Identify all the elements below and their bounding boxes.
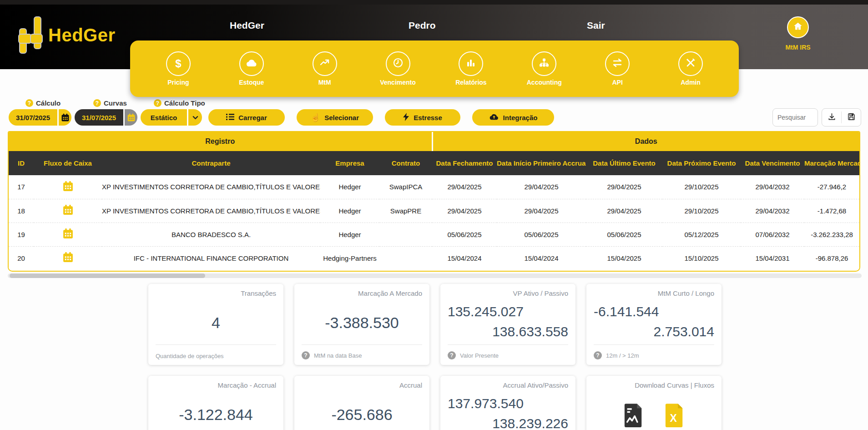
card-value: -265.686: [294, 406, 429, 424]
cashflow-calendar-icon[interactable]: [34, 199, 102, 223]
toolbar-item-accounting[interactable]: Accounting: [519, 51, 569, 86]
toolbar-item-admin[interactable]: Admin: [666, 51, 716, 86]
list-icon: [226, 113, 234, 122]
card-download-curvas-fluxos: Download Curvas | Fluxos X: [586, 376, 722, 430]
tools-icon: [685, 57, 696, 70]
card-value-curto: -6.141.544: [594, 304, 659, 319]
table-actions: [772, 108, 861, 126]
col-data-inicio-accrual: Data Início Primeiro Accrual: [497, 151, 586, 175]
excel-file-icon[interactable]: X: [664, 402, 685, 430]
col-marcacao-mercado: Marcação Mercado: [804, 151, 859, 175]
filter-controls: 31/07/2025 31/07/2025 Estático: [0, 109, 868, 126]
group-header-registro: Registro: [9, 132, 432, 151]
col-data-ultimo-evento: Data Último Evento: [586, 151, 662, 175]
calc-type-label: ? Cálculo Tipo: [154, 99, 205, 107]
filter-bar: ? Cálculo ? Curvas ? Cálculo Tipo 31/07/…: [0, 99, 868, 127]
main-toolbar: $ Pricing Estoque MtM Vencimento Relat: [130, 40, 739, 97]
card-value: -3.122.844: [148, 406, 283, 424]
column-header-row: ID Fluxo de Caixa Contraparte Empresa Co…: [9, 151, 859, 175]
card-accrual: Accrual -265.686: [294, 376, 429, 430]
toolbar-item-vencimento[interactable]: Vencimento: [373, 51, 423, 86]
question-icon[interactable]: ?: [448, 351, 456, 359]
col-empresa: Empresa: [320, 151, 379, 175]
kpi-cards: Transações 4 Quantidade de operações Mar…: [148, 284, 722, 430]
question-icon[interactable]: ?: [302, 351, 310, 359]
calendar-icon[interactable]: [125, 109, 137, 126]
card-vp-ativo-passivo: VP Ativo / Passivo 135.245.027 138.633.5…: [440, 284, 575, 365]
card-accrual-ativo-passivo: Accrual Ativo/Passivo 137.973.540 138.23…: [440, 376, 575, 430]
calc-type-select[interactable]: Estático: [141, 109, 202, 126]
group-header-dados: Dados: [432, 132, 859, 151]
col-data-fechamento: Data Fechamento: [432, 151, 497, 175]
col-id: ID: [9, 151, 34, 175]
app-root: HedGer HedGer Pedro Sair MtM IRS $ Prici…: [0, 0, 868, 430]
stress-button[interactable]: Estresse: [385, 109, 460, 126]
curves-date-value[interactable]: 31/07/2025: [75, 109, 123, 126]
card-value-passivo: 138.633.558: [492, 324, 568, 339]
logo-text: HedGer: [48, 25, 116, 46]
toolbar-item-mtm[interactable]: MtM: [300, 51, 350, 86]
svg-text:X: X: [670, 412, 677, 424]
col-data-vencimento: Data Vencimento: [741, 151, 804, 175]
transfer-arrows-icon: [612, 58, 623, 70]
question-icon[interactable]: ?: [594, 351, 602, 359]
col-fluxo: Fluxo de Caixa: [34, 151, 102, 175]
select-button[interactable]: ☝ Selecionar: [297, 109, 373, 126]
integration-button[interactable]: Integração: [472, 109, 554, 126]
clock-icon: [393, 57, 404, 70]
toolbar-item-api[interactable]: API: [592, 51, 642, 86]
table-row[interactable]: 20 IFC - INTERNATIONAL FINANCE CORPORATI…: [9, 246, 859, 270]
cashflow-calendar-icon[interactable]: [34, 223, 102, 246]
card-mtm-curto-longo: MtM Curto / Longo -6.141.544 2.753.014 ?…: [586, 284, 722, 365]
home-icon: [793, 21, 803, 33]
file-chart-icon[interactable]: [623, 402, 644, 430]
home-button[interactable]: [787, 16, 809, 38]
download-icon: [828, 112, 836, 123]
toolbar-item-estoque[interactable]: Estoque: [227, 51, 277, 86]
lightning-icon: [403, 113, 409, 122]
card-value-ativo: 137.973.540: [448, 396, 524, 411]
save-button[interactable]: [842, 108, 861, 126]
col-contrato: Contrato: [379, 151, 432, 175]
nav-item-pedro[interactable]: Pedro: [409, 20, 436, 31]
table-row[interactable]: 19 BANCO BRADESCO S.A. Hedger 05/06/2025…: [9, 223, 859, 246]
load-button[interactable]: Carregar: [208, 109, 285, 126]
trend-icon: [319, 57, 330, 70]
calc-type-value[interactable]: Estático: [141, 109, 187, 126]
search-input[interactable]: [772, 108, 818, 126]
col-data-proximo-evento: Data Próximo Evento: [662, 151, 741, 175]
question-icon[interactable]: ?: [154, 99, 161, 107]
cloud-upload-icon: [489, 113, 499, 122]
toolbar-item-relatorios[interactable]: Relatórios: [446, 51, 496, 86]
table-row[interactable]: 18 XP INVESTIMENTOS CORRETORA DE CAMBIO,…: [9, 199, 859, 223]
curves-date-picker[interactable]: 31/07/2025: [75, 109, 137, 126]
calc-label: ? Cálculo: [25, 99, 61, 107]
nav-item-hedger[interactable]: HedGer: [230, 20, 264, 31]
curves-label: ? Curvas: [93, 99, 127, 107]
hand-pointer-icon: ☝: [311, 113, 320, 122]
question-icon[interactable]: ?: [93, 99, 101, 107]
card-transacoes: Transações 4 Quantidade de operações: [148, 284, 283, 365]
header-top-strip: [0, 0, 868, 5]
toolbar-item-pricing[interactable]: $ Pricing: [153, 51, 203, 86]
bar-chart-icon: [466, 58, 476, 70]
download-button[interactable]: [822, 108, 841, 126]
calc-date-value[interactable]: 31/07/2025: [9, 109, 57, 126]
calc-date-picker[interactable]: 31/07/2025: [9, 109, 71, 126]
table-row[interactable]: 17 XP INVESTIMENTOS CORRETORA DE CAMBIO,…: [9, 175, 859, 199]
home-page-label: MtM IRS: [779, 44, 817, 51]
card-value: 4: [148, 314, 283, 332]
question-icon[interactable]: ?: [25, 99, 33, 107]
horizontal-scrollbar-track[interactable]: [8, 273, 862, 278]
nav-item-sair[interactable]: Sair: [587, 20, 605, 31]
calendar-icon[interactable]: [59, 109, 71, 126]
card-value-ativo: 135.245.027: [448, 304, 524, 319]
app-logo[interactable]: HedGer: [18, 15, 132, 56]
card-marcacao-accrual: Marcação - Accrual -3.122.844: [148, 376, 283, 430]
cashflow-calendar-icon[interactable]: [34, 175, 102, 199]
col-contraparte: Contraparte: [102, 151, 320, 175]
card-value-passivo: 138.239.226: [492, 416, 568, 430]
cashflow-calendar-icon[interactable]: [34, 246, 102, 270]
chevron-down-icon[interactable]: [188, 109, 202, 126]
horizontal-scrollbar-thumb[interactable]: [10, 273, 205, 278]
